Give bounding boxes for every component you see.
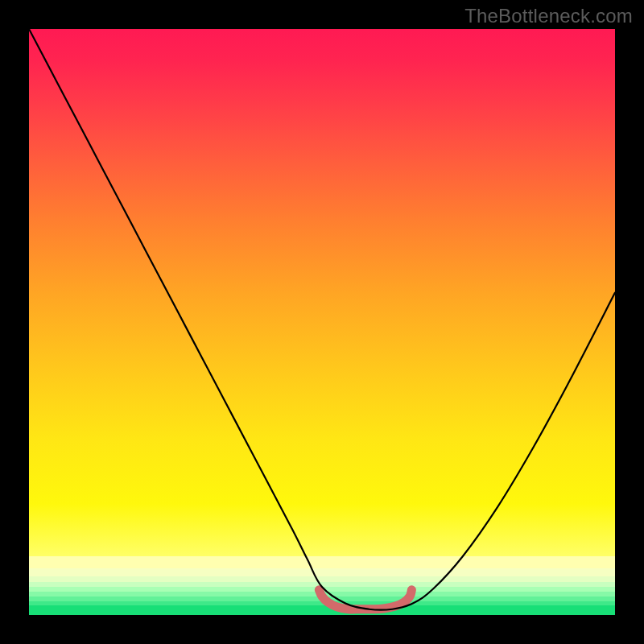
curve-layer [29,29,615,615]
bottleneck-curve-path [29,29,615,610]
chart-frame: TheBottleneck.com [0,0,644,644]
watermark-text: TheBottleneck.com [464,5,633,27]
plot-area [29,29,615,615]
bottom-marker-path [319,590,411,609]
